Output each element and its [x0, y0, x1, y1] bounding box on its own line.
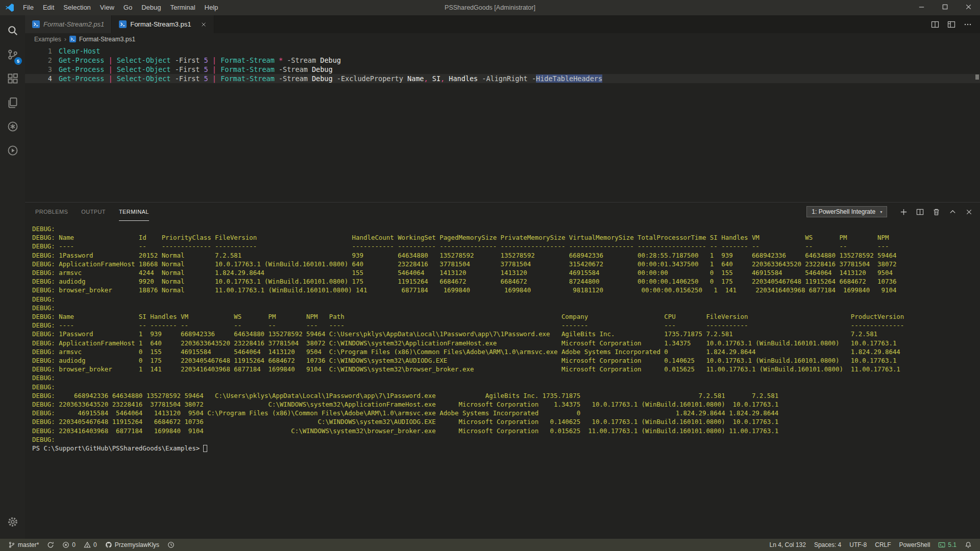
terminal-selector-dropdown[interactable]: 1: PowerShell Integrate▼: [806, 206, 887, 217]
time-tracker[interactable]: [163, 539, 179, 551]
activity-item-search[interactable]: [0, 19, 25, 43]
chevron-down-icon: ▼: [879, 210, 883, 214]
git-branch-status[interactable]: master*: [4, 539, 43, 551]
powershell-version-icon: [938, 541, 945, 548]
warning-count[interactable]: 0: [80, 539, 101, 551]
close-window-button[interactable]: [957, 0, 980, 15]
maximize-panel-button[interactable]: [949, 208, 957, 216]
status-bar-right: Ln 4, Col 132Spaces: 4UTF-8CRLFPowerShel…: [766, 539, 976, 551]
sync-icon: [47, 541, 54, 548]
activity-item-extensions[interactable]: [0, 67, 25, 91]
git-branch-status-label: master*: [18, 541, 39, 548]
split-editor-icon[interactable]: [931, 20, 939, 29]
powershell-file-icon: [32, 20, 40, 28]
panel-tab-problems[interactable]: PROBLEMS: [35, 203, 68, 221]
breadcrumb-separator-icon: ›: [64, 35, 66, 43]
tab-format-stream3-ps1[interactable]: Format-Stream3.ps1: [112, 15, 214, 33]
powershell-session[interactable]: 5.1: [934, 539, 961, 551]
title-bar: FileEditSelectionViewGoDebugTerminalHelp…: [0, 0, 980, 15]
menu-item-help[interactable]: Help: [200, 0, 223, 15]
language-mode[interactable]: PowerShell: [895, 539, 935, 551]
asterisk-circle-icon: [7, 121, 18, 134]
menu-item-go[interactable]: Go: [119, 0, 137, 15]
indentation[interactable]: Spaces: 4: [810, 539, 845, 551]
split-terminal-button[interactable]: [916, 208, 924, 216]
code-text: Clear-Host: [52, 46, 100, 56]
breadcrumb: Examples › Format-Stream3.ps1: [25, 33, 980, 45]
error-icon: [62, 541, 69, 548]
encoding[interactable]: UTF-8: [845, 539, 871, 551]
panel-header: PROBLEMSOUTPUTTERMINAL1: PowerShell Inte…: [25, 203, 980, 221]
error-count[interactable]: 0: [58, 539, 80, 551]
warning-icon: [84, 541, 91, 548]
more-actions-icon[interactable]: [964, 20, 972, 29]
cursor-position[interactable]: Ln 4, Col 132: [766, 539, 810, 551]
breadcrumb-folder[interactable]: Examples: [34, 36, 61, 43]
panel-tab-terminal[interactable]: TERMINAL: [119, 203, 149, 221]
activity-item-play-circle[interactable]: [0, 139, 25, 163]
menu-item-terminal[interactable]: Terminal: [165, 0, 200, 15]
bottom-panel: PROBLEMSOUTPUTTERMINAL1: PowerShell Inte…: [25, 202, 980, 539]
activity-item-manage[interactable]: [0, 511, 25, 535]
github-icon: [105, 541, 112, 548]
menu-bar: FileEditSelectionViewGoDebugTerminalHelp: [18, 0, 223, 15]
window-controls: [910, 0, 980, 15]
layout-icon[interactable]: [947, 20, 955, 29]
line-number: 3: [25, 65, 52, 74]
status-bar-left: master*00PrzemyslawKlys: [4, 539, 179, 551]
menu-item-debug[interactable]: Debug: [137, 0, 165, 15]
clock-icon: [167, 541, 175, 548]
line-number: 2: [25, 56, 52, 65]
activity-item-source-control[interactable]: 5: [0, 43, 25, 67]
powershell-file-icon: [69, 36, 76, 42]
indentation-label: Spaces: 4: [814, 541, 841, 548]
vscode-logo-icon: [5, 3, 14, 12]
breadcrumb-file[interactable]: Format-Stream3.ps1: [79, 36, 135, 43]
kill-terminal-button[interactable]: [933, 208, 940, 216]
menu-item-selection[interactable]: Selection: [59, 0, 95, 15]
workspace: Format-Stream2.ps1Format-Stream3.ps1 Exa…: [25, 15, 980, 539]
overview-ruler-marker: [975, 74, 979, 80]
code-text: Get-Process | Select-Object -First 5 | F…: [52, 56, 341, 65]
code-line-2: 2Get-Process | Select-Object -First 5 | …: [25, 56, 980, 65]
terminal-cursor: [203, 445, 207, 452]
menu-item-edit[interactable]: Edit: [38, 0, 59, 15]
maximize-button[interactable]: [933, 0, 957, 15]
panel-actions: 1: PowerShell Integrate▼: [806, 206, 973, 217]
sync-status[interactable]: [43, 539, 58, 551]
minimize-button[interactable]: [910, 0, 933, 15]
close-tab-icon[interactable]: [201, 21, 207, 28]
language-mode-label: PowerShell: [899, 541, 930, 548]
activity-item-asterisk-circle[interactable]: [0, 115, 25, 139]
panel-tab-output[interactable]: OUTPUT: [81, 203, 106, 221]
code-text: Get-Process | Select-Object -First 5 | F…: [52, 74, 602, 83]
vscode-window: FileEditSelectionViewGoDebugTerminalHelp…: [0, 0, 980, 551]
close-icon: [965, 3, 972, 13]
code-editor[interactable]: 1Clear-Host2Get-Process | Select-Object …: [25, 45, 980, 202]
gear-icon: [7, 516, 18, 530]
github-account[interactable]: PrzemyslawKlys: [101, 539, 163, 551]
activity-item-pages[interactable]: [0, 91, 25, 115]
menu-item-view[interactable]: View: [95, 0, 119, 15]
pages-icon: [7, 97, 18, 110]
tab-format-stream2-ps1[interactable]: Format-Stream2.ps1: [25, 15, 112, 33]
new-terminal-button[interactable]: [900, 208, 908, 216]
code-line-1: 1Clear-Host: [25, 46, 980, 56]
line-number: 4: [25, 74, 52, 83]
window-title: PSSharedGoods [Administrator]: [445, 4, 535, 11]
close-panel-button[interactable]: [965, 208, 973, 216]
line-number: 1: [25, 46, 52, 56]
error-count-label: 0: [72, 541, 76, 548]
menu-item-file[interactable]: File: [18, 0, 38, 15]
cursor-position-label: Ln 4, Col 132: [770, 541, 806, 548]
terminal-output: DEBUG: DEBUG: Name Id PriorityClass File…: [32, 224, 980, 444]
maximize-icon: [941, 3, 949, 13]
eol-sequence[interactable]: CRLF: [871, 539, 895, 551]
main-area: 5 Format-Stream2.ps1Format-Stream3.ps1 E…: [0, 15, 980, 539]
editor-actions: [931, 15, 980, 33]
tab-label: Format-Stream2.ps1: [43, 20, 104, 28]
editor-tab-strip: Format-Stream2.ps1Format-Stream3.ps1: [25, 15, 980, 33]
terminal-view[interactable]: DEBUG: DEBUG: Name Id PriorityClass File…: [25, 221, 980, 539]
terminal-selector-label: 1: PowerShell Integrate: [812, 208, 875, 215]
notifications[interactable]: [961, 539, 976, 551]
